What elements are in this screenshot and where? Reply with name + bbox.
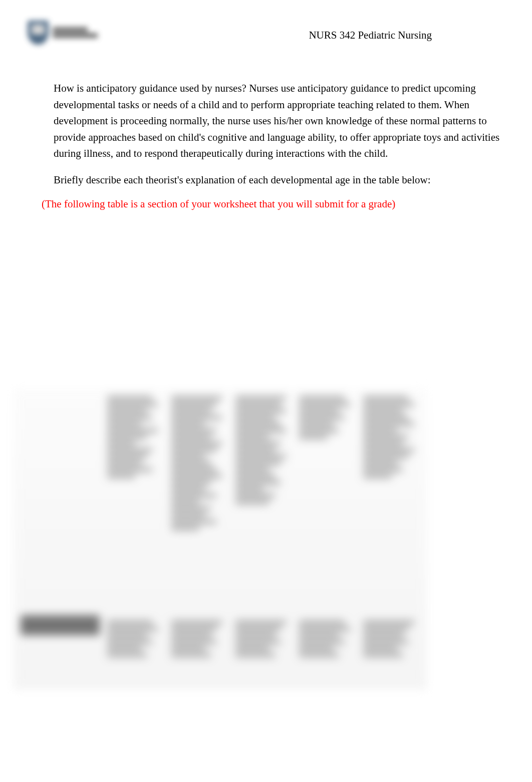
- table-cell: [363, 396, 420, 609]
- course-title: NURS 342 Pediatric Nursing: [309, 15, 504, 42]
- document-content: How is anticipatory guidance used by nur…: [28, 80, 504, 210]
- logo-text: [53, 27, 98, 38]
- table-cell: [171, 396, 228, 609]
- document-page: NURS 342 Pediatric Nursing How is antici…: [0, 0, 532, 782]
- table-col: [360, 393, 423, 685]
- bullet-text: Briefly describe each theorist's explana…: [54, 172, 431, 188]
- table-col: [296, 393, 359, 685]
- table-cell: [171, 620, 228, 682]
- bullet-item: How is anticipatory guidance used by nur…: [43, 80, 502, 162]
- table-cell: [235, 396, 292, 609]
- table-cell: [299, 620, 356, 682]
- bullet-marker-icon: [43, 172, 54, 188]
- bullet-question: Briefly describe each theorist's explana…: [54, 174, 431, 186]
- bullet-marker-icon: [43, 80, 54, 162]
- table-row-header-col: [18, 393, 103, 685]
- page-header: NURS 342 Pediatric Nursing: [28, 15, 504, 55]
- table-cell: [107, 620, 164, 682]
- table-cell: [107, 396, 164, 609]
- bullet-question: How is anticipatory guidance used by nur…: [54, 82, 249, 94]
- bullet-item: Briefly describe each theorist's explana…: [43, 172, 502, 188]
- table-col: [232, 393, 295, 685]
- table-cell: [235, 620, 292, 682]
- table-row-header: [21, 615, 100, 635]
- grade-note: (The following table is a section of you…: [29, 198, 502, 210]
- bullet-text: How is anticipatory guidance used by nur…: [54, 80, 502, 162]
- table-cell: [299, 396, 356, 609]
- table-col: [168, 393, 231, 685]
- logo-shield-icon: [28, 21, 49, 45]
- blurred-table: [14, 389, 427, 689]
- table-cell: [363, 620, 420, 682]
- table-col: [104, 393, 167, 685]
- university-logo: [28, 15, 108, 50]
